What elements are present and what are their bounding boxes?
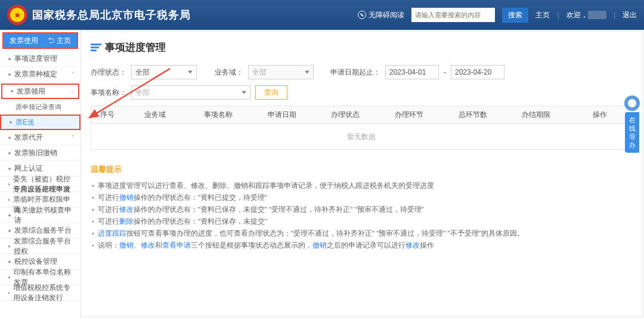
accessibility-label: 无障碍阅读 <box>369 10 404 20</box>
content-panel: 事项进度管理 办理状态： 全部 业务域： 全部 申请日期起止： - 事项名称： … <box>81 32 642 316</box>
sidebar-item[interactable]: 票E送 <box>0 115 80 130</box>
sidebar-home-link[interactable]: ⮌ 主页 <box>48 36 71 46</box>
filter-row-1: 办理状态： 全部 业务域： 全部 申请日期起止： - <box>91 65 632 79</box>
table-header-cell: 操作 <box>568 110 631 120</box>
logout-link[interactable]: 退出 <box>623 10 637 20</box>
sidebar-item-label: 事项进度管理 <box>14 54 57 64</box>
filter-row-2: 事项名称： 全部 查询 <box>91 85 632 100</box>
biz-label: 业务域： <box>213 67 243 78</box>
table-header-cell: 申请日期 <box>250 110 314 120</box>
sidebar-group-label: 发票使用 <box>10 36 38 46</box>
item-label: 事项名称： <box>91 88 126 98</box>
page-title: 事项进度管理 <box>105 41 166 54</box>
header-right: 无障碍阅读 搜索 主页 | 欢迎， | 退出 <box>358 8 637 23</box>
sidebar-item[interactable]: 发票代开˅ <box>0 130 80 146</box>
table-header-row: 序号业务域事项名称申请日期办理状态办理环节总环节数办结期限操作 <box>91 106 631 124</box>
sidebar-item[interactable]: 发票验旧缴销 <box>0 146 80 161</box>
tax-logo-icon <box>7 5 27 25</box>
table-header-cell: 办理环节 <box>377 110 441 120</box>
tip-line: 可进行删除操作的办理状态有："资料已保存，未提交" <box>91 215 632 227</box>
sidebar-item-label: 发票票种核定 <box>14 69 57 79</box>
sep: | <box>557 11 559 19</box>
sidebar-item-label: 发票综合服务平台授权 <box>14 236 75 257</box>
biz-select[interactable]: 全部 <box>248 65 314 79</box>
tip-line: 可进行撤销操作的办理状态有："资料已提交，待受理" <box>91 192 632 203</box>
table-header-cell: 总环节数 <box>441 110 504 120</box>
list-icon <box>91 44 101 51</box>
app-header: 国家税务总局北京市电子税务局 无障碍阅读 搜索 主页 | 欢迎， | 退出 <box>0 0 644 30</box>
app-title: 国家税务总局北京市电子税务局 <box>32 8 191 22</box>
accessibility-icon <box>358 11 366 19</box>
chevron-icon: ˄ <box>67 90 74 93</box>
sidebar-item-label: 网上认证 <box>14 163 43 174</box>
table-empty: 暂无数据 <box>91 124 631 149</box>
sidebar-item-label: 发票代开 <box>14 132 43 143</box>
sidebar-item-label: 增值税税控系统专用设备注销发行 <box>13 283 75 303</box>
sidebar-head: 发票使用 ⮌ 主页 <box>2 32 78 49</box>
sidebar-item-label: 发票验旧缴销 <box>14 148 57 158</box>
tips-section: 温馨提示 事项进度管理可以进行查看、修改、删除、撤销和跟踪事项申请记录，便于纳税… <box>91 164 632 251</box>
sidebar: 发票使用 ⮌ 主页 事项进度管理发票票种核定˅发票领用˄原申领记录查询票E送发票… <box>0 30 81 318</box>
table-header-cell: 事项名称 <box>187 110 250 120</box>
tips-title: 温馨提示 <box>91 164 632 175</box>
welcome-text: 欢迎， <box>566 10 606 20</box>
date-sep: - <box>444 68 446 76</box>
main-layout: 发票使用 ⮌ 主页 事项进度管理发票票种核定˅发票领用˄原申领记录查询票E送发票… <box>0 30 644 318</box>
status-select[interactable]: 全部 <box>131 65 197 79</box>
query-button[interactable]: 查询 <box>255 85 287 100</box>
home-link[interactable]: 主页 <box>535 10 550 20</box>
assistant-avatar-icon[interactable] <box>624 95 640 111</box>
sidebar-subitem[interactable]: 原申领记录查询 <box>0 100 80 115</box>
sidebar-item-label: 发票领用 <box>17 87 45 97</box>
tip-line: 说明：撤销、修改和查看申请三个按钮是根据事项状态动态展示的，撤销之后的申请记录可… <box>91 239 632 251</box>
sidebar-items: 事项进度管理发票票种核定˅发票领用˄原申领记录查询票E送发票代开˅发票验旧缴销网… <box>0 51 80 318</box>
date-to-input[interactable] <box>451 65 504 79</box>
results-table: 序号业务域事项名称申请日期办理状态办理环节总环节数办结期限操作 暂无数据 <box>91 106 632 150</box>
tips-list: 事项进度管理可以进行查看、修改、删除、撤销和跟踪事项申请记录，便于纳税人跟进税务… <box>91 180 632 251</box>
date-label: 申请日期起止： <box>330 67 380 78</box>
sidebar-item[interactable]: 发票综合服务平台授权 <box>0 239 80 254</box>
online-help-button[interactable]: 在线导办 <box>625 112 639 153</box>
tip-line: 事项进度管理可以进行查看、修改、删除、撤销和跟踪事项申请记录，便于纳税人跟进税务… <box>91 180 632 192</box>
logo-block: 国家税务总局北京市电子税务局 <box>7 5 191 25</box>
sidebar-item-label: 发票综合服务平台 <box>14 226 72 236</box>
table-header-cell: 序号 <box>91 110 123 120</box>
table-header-cell: 办结期限 <box>504 110 568 120</box>
table-header-cell: 办理状态 <box>314 110 377 120</box>
search-input[interactable] <box>411 8 495 22</box>
sidebar-item-label: 票E送 <box>16 118 35 128</box>
user-redacted <box>588 11 606 19</box>
sidebar-item[interactable]: 事项进度管理 <box>0 51 80 67</box>
date-from-input[interactable] <box>385 65 439 79</box>
accessibility-link[interactable]: 无障碍阅读 <box>358 10 404 20</box>
item-select[interactable]: 全部 <box>131 85 250 100</box>
chevron-icon: ˅ <box>72 134 75 141</box>
search-button[interactable]: 搜索 <box>502 8 528 23</box>
sidebar-item[interactable]: 海关缴款书核查申请 <box>0 208 80 223</box>
sidebar-item-label: 税控设备管理 <box>14 257 57 267</box>
sidebar-item[interactable]: 发票票种核定˅ <box>0 67 80 82</box>
table-header-cell: 业务域 <box>123 110 187 120</box>
chevron-icon: ˅ <box>72 71 75 78</box>
sidebar-item-label: 海关缴款书核查申请 <box>14 205 75 226</box>
status-label: 办理状态： <box>91 67 126 78</box>
page-title-block: 事项进度管理 <box>91 41 632 54</box>
sep: | <box>614 11 615 19</box>
sidebar-item[interactable]: 发票领用˄ <box>1 84 79 99</box>
tip-line: 进度跟踪按钮可查看事项办理的进度，也可查看办理状态为："受理不通过，待补齐补正"… <box>91 227 632 239</box>
sidebar-item[interactable]: 增值税税控系统专用设备注销发行 <box>0 285 80 301</box>
tip-line: 可进行修改操作的办理状态有："资料已保存，未提交" "受理不通过，待补齐补正" … <box>91 203 632 215</box>
